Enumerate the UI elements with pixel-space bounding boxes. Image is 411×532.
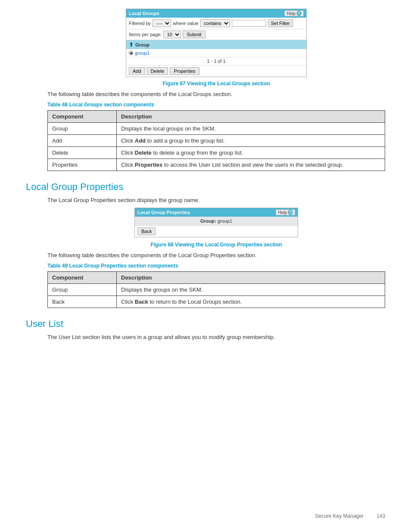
description-cell: Click Back to return to the Local Groups… [117, 296, 385, 308]
help-label: Help [286, 11, 296, 16]
component-cell: Delete [48, 147, 117, 159]
lgp-widget: Local Group Properties Help ? Group: gro… [134, 208, 298, 237]
table-row: Back Click Back to return to the Local G… [48, 296, 385, 308]
back-button[interactable]: Back [137, 227, 156, 235]
add-button[interactable]: Add [129, 67, 145, 75]
footer-product: Secure Key Manager [315, 513, 364, 519]
col1-header: Component [48, 272, 117, 284]
filter-select[interactable]: ---- [153, 19, 171, 27]
col2-header: Description [117, 111, 385, 123]
help-icon: ? [296, 11, 302, 16]
where-value-label: where value [173, 21, 198, 26]
set-filter-button[interactable]: Set Filter [268, 19, 293, 27]
filter-row: Filtered by ---- where value contains Se… [126, 18, 306, 29]
submit-button[interactable]: Submit [183, 31, 205, 38]
description-cell: Displays the local groups on the SKM. [117, 123, 385, 135]
table-row: Group Displays the local groups on the S… [48, 123, 385, 135]
delete-button[interactable]: Delete [147, 67, 168, 75]
user-list-heading: User List [26, 318, 385, 330]
table49-intro: The following table describes the compon… [47, 252, 385, 258]
items-per-page-select[interactable]: 10 [163, 31, 181, 38]
local-group-intro: The Local Group Properties section displ… [47, 197, 385, 203]
lgp-help-button[interactable]: Help ? [276, 209, 295, 215]
filter-input[interactable] [232, 20, 266, 27]
description-cell: Click Add to add a group to the group li… [117, 135, 385, 147]
filtered-by-label: Filtered by [129, 21, 151, 26]
widget-header: Local Groups Help ? [126, 9, 306, 18]
lgp-group-label: Group: [200, 218, 216, 224]
contains-select[interactable]: contains [200, 19, 230, 27]
sort-icon: ⬆ [129, 41, 134, 48]
table48: Component Description Group Displays the… [47, 110, 385, 171]
items-per-page-row: Items per page: 10 Submit [126, 29, 306, 40]
component-cell: Add [48, 135, 117, 147]
group-radio[interactable] [129, 51, 133, 55]
component-cell: Properties [48, 159, 117, 171]
group-header-row: ⬆ Group [126, 40, 306, 49]
lgp-help-label: Help [278, 210, 287, 215]
group-link[interactable]: group1 [135, 50, 149, 56]
properties-button[interactable]: Properties [170, 67, 199, 75]
lgp-group-row: Group: group1 [135, 217, 298, 226]
items-per-page-label: Items per page: [129, 32, 162, 37]
widget-title: Local Groups [129, 11, 159, 16]
lgp-buttons: Back [135, 226, 298, 237]
table-row: Properties Click Properties to access th… [48, 159, 385, 171]
col1-header: Component [48, 111, 117, 123]
table-row: Add Click Add to add a group to the grou… [48, 135, 385, 147]
figure68-caption: Figure 68 Viewing the Local Group Proper… [47, 242, 385, 248]
user-list-intro: The User List section lists the users in… [47, 334, 385, 340]
lgp-widget-header: Local Group Properties Help ? [135, 208, 298, 217]
table49: Component Description Group Displays the… [47, 271, 385, 308]
description-cell: Click Properties to access the User List… [117, 159, 385, 171]
local-group-properties-heading: Local Group Properties [26, 181, 385, 193]
widget-action-buttons: Add Delete Properties [126, 65, 306, 77]
table-row: Delete Click Delete to delete a group fr… [48, 147, 385, 159]
group-header-label: Group [135, 42, 149, 47]
table48-intro: The following table describes the compon… [47, 91, 385, 97]
table48-title: Table 48 Local Groups section components [47, 102, 385, 108]
description-cell: Click Delete to delete a group from the … [117, 147, 385, 159]
table-row: Group Displays the groups on the SKM. [48, 284, 385, 296]
component-cell: Group [48, 123, 117, 135]
group-item-row: group1 [126, 49, 306, 57]
component-cell: Back [48, 296, 117, 308]
local-groups-widget: Local Groups Help ? Filtered by ---- whe… [126, 9, 307, 77]
lgp-group-value: group1 [218, 218, 232, 224]
description-cell: Displays the groups on the SKM. [117, 284, 385, 296]
footer-page: 143 [377, 513, 385, 519]
pagination: 1 - 1 of 1 [126, 57, 306, 65]
figure67-caption: Figure 67 Viewing the Local Groups secti… [47, 81, 385, 87]
lgp-help-icon: ? [288, 210, 293, 215]
lgp-widget-title: Local Group Properties [137, 210, 190, 215]
component-cell: Group [48, 284, 117, 296]
col2-header: Description [117, 272, 385, 284]
table49-title: Table 49 Local Group Properties section … [47, 263, 385, 269]
help-button[interactable]: Help ? [284, 10, 304, 16]
